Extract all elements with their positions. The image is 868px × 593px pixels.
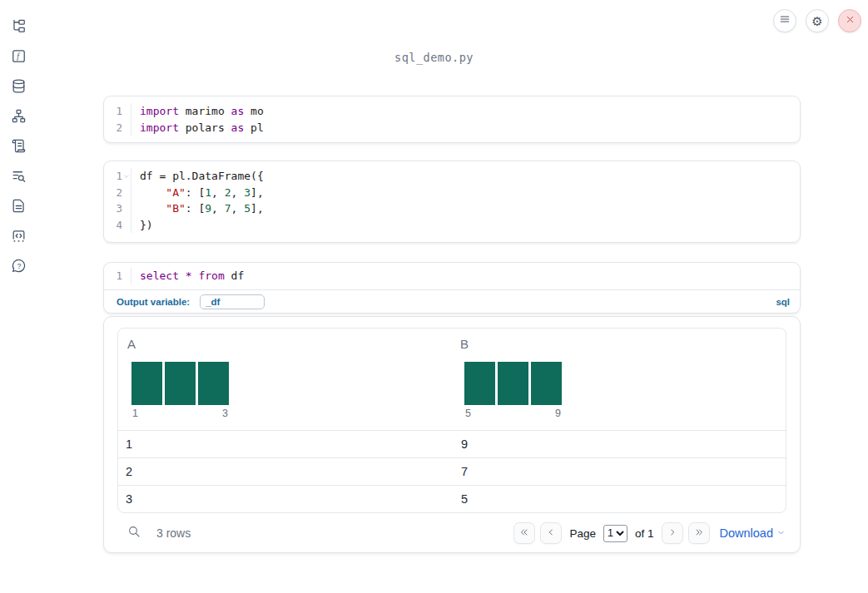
sidebar-item-snippets[interactable] (9, 228, 27, 246)
table-row[interactable]: 27 (118, 457, 786, 485)
next-page-button[interactable] (662, 522, 683, 544)
hist-a-min-label: 1 (132, 408, 138, 419)
line-number: 2 (116, 121, 122, 134)
scroll-icon (11, 138, 27, 157)
download-button[interactable]: Download (720, 526, 786, 540)
fold-chevron-icon[interactable] (122, 173, 131, 180)
code-line[interactable]: 2import polars as pl (104, 120, 800, 136)
line-number: 4 (116, 219, 122, 231)
column-a-name: A (127, 337, 451, 351)
column-header-b[interactable]: B 5 9 (451, 329, 786, 430)
sidebar-item-scroll-log[interactable] (9, 138, 27, 156)
code-text: df = pl.DataFrame({ (131, 170, 264, 182)
close-button[interactable] (838, 9, 861, 32)
histogram-bar (131, 362, 162, 405)
sidebar-item-document[interactable] (9, 198, 27, 216)
line-number: 1 (116, 105, 122, 117)
document-icon (11, 198, 27, 217)
prev-page-button[interactable] (540, 522, 562, 544)
code-line[interactable]: 1select * from df (104, 268, 800, 284)
line-number: 3 (116, 202, 122, 215)
hist-b-max-label: 9 (555, 408, 561, 419)
chevrons-left-icon (519, 526, 529, 541)
line-gutter: 1 (104, 103, 131, 120)
page-label: Page (569, 527, 596, 540)
line-gutter: 3 (104, 200, 131, 217)
histogram-bar (531, 362, 562, 405)
line-gutter: 4 (104, 217, 131, 234)
download-label: Download (720, 526, 774, 540)
hist-b-min-label: 5 (465, 408, 471, 419)
gear-icon: ⚙ (811, 15, 822, 27)
code-line[interactable]: 1import marimo as mo (104, 103, 800, 120)
help-icon: ? (11, 258, 27, 277)
table-header: A 1 3 B 5 9 (118, 329, 786, 430)
line-gutter: 1 (104, 168, 131, 185)
sidebar-item-datasources[interactable] (9, 78, 27, 96)
code-line[interactable]: 4}) (104, 217, 800, 234)
menu-button[interactable] (773, 9, 796, 32)
line-gutter: 1 (104, 268, 131, 284)
chevron-down-icon (776, 526, 786, 540)
close-x-icon (845, 13, 856, 28)
column-a-histogram: 1 3 (131, 362, 229, 419)
search-icon (127, 525, 141, 541)
code-line[interactable]: 2 "A": [1, 2, 3], (104, 185, 800, 201)
search-button[interactable] (126, 525, 142, 541)
graph-icon (11, 108, 27, 127)
code-line[interactable]: 3 "B": [9, 7, 5], (104, 200, 800, 217)
first-page-button[interactable] (513, 522, 535, 544)
list-search-icon (11, 168, 27, 187)
code-text: "B": [9, 7, 5], (131, 202, 264, 215)
code-text: "A": [1, 2, 3], (131, 186, 264, 199)
sidebar: f ? (0, 0, 37, 593)
histogram-bar (198, 362, 229, 405)
sidebar-item-help[interactable]: ? (9, 258, 27, 276)
line-number: 1 (116, 170, 122, 182)
last-page-button[interactable] (688, 522, 710, 544)
sql-cell[interactable]: 1select * from df Output variable: sql (103, 262, 801, 314)
column-header-a[interactable]: A 1 3 (118, 329, 451, 430)
svg-text:?: ? (17, 261, 21, 269)
cell-value-b: 9 (451, 437, 786, 451)
database-icon (11, 78, 27, 97)
top-controls: ⚙ (773, 9, 861, 32)
code-cell-dataframe[interactable]: 1df = pl.DataFrame({2 "A": [1, 2, 3],3 "… (103, 161, 801, 243)
code-text: import polars as pl (131, 121, 264, 134)
table-body: 192735 (118, 430, 786, 512)
output-variable-input[interactable] (200, 294, 265, 309)
code-text: }) (131, 219, 153, 231)
data-table: A 1 3 B 5 9 (117, 328, 786, 513)
sidebar-item-dependency-graph[interactable] (9, 108, 27, 126)
sidebar-item-file-tree[interactable] (9, 18, 27, 37)
settings-button[interactable]: ⚙ (806, 9, 829, 32)
line-gutter: 2 (104, 120, 131, 136)
sql-language-badge: sql (776, 297, 790, 307)
row-count-label: 3 rows (156, 526, 191, 540)
chevron-left-icon (546, 526, 556, 541)
code-text: import marimo as mo (131, 105, 264, 117)
page-select[interactable]: 1 (603, 525, 627, 542)
table-footer: 3 rows Page 1 of 1 Download (117, 513, 786, 553)
table-row[interactable]: 19 (118, 430, 786, 457)
table-row[interactable]: 35 (118, 485, 786, 512)
pagination: Page 1 of 1 (513, 522, 709, 544)
histogram-bar (165, 362, 196, 405)
cell-value-a: 3 (118, 492, 451, 506)
cell-value-a: 2 (118, 465, 451, 478)
cell-value-b: 7 (451, 465, 786, 478)
line-number: 1 (116, 269, 122, 282)
cell-value-a: 1 (118, 437, 451, 451)
sidebar-item-search-list[interactable] (9, 168, 27, 186)
code-box-icon (11, 228, 27, 247)
output-variable-label: Output variable: (117, 297, 190, 307)
line-gutter: 2 (104, 185, 131, 201)
chevrons-right-icon (694, 526, 704, 541)
hist-a-max-label: 3 (222, 408, 228, 419)
cell-value-b: 5 (451, 492, 786, 506)
code-cell-imports[interactable]: 1import marimo as mo2import polars as pl (103, 96, 801, 143)
column-b-name: B (460, 337, 786, 351)
histogram-bar (464, 362, 495, 405)
code-line[interactable]: 1df = pl.DataFrame({ (104, 168, 800, 185)
histogram-bar (498, 362, 528, 405)
